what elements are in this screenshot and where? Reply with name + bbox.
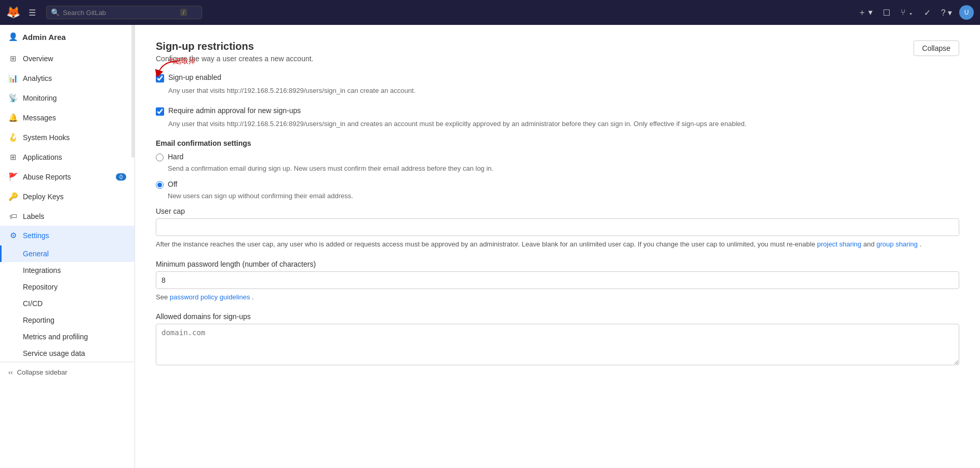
collapse-sidebar-button[interactable]: ‹‹ Collapse sidebar (0, 362, 135, 382)
sidebar-item-monitoring[interactable]: 📡 Monitoring (0, 88, 135, 108)
sidebar-item-messages[interactable]: 🔔 Messages (0, 108, 135, 128)
sidebar-sub-cicd[interactable]: CI/CD (0, 295, 135, 312)
user-cap-hint: After the instance reaches the user cap,… (156, 239, 959, 250)
repository-label: Repository (23, 283, 58, 291)
collapse-icon: ‹‹ (8, 368, 13, 376)
allowed-domains-label: Allowed domains for sign-ups (156, 312, 959, 321)
sidebar-item-label: Overview (23, 54, 53, 63)
email-off-radio-row: Off (156, 180, 959, 189)
labels-icon: 🏷 (8, 212, 18, 221)
user-cap-label: User cap (156, 207, 959, 215)
section-title: Sign-up restrictions (156, 40, 314, 52)
sidebar-item-label: Messages (23, 114, 56, 122)
hamburger-button[interactable]: ☰ (25, 6, 39, 20)
email-hard-radio-row: Hard (156, 153, 959, 161)
password-policy-link[interactable]: password policy guidelines (170, 293, 250, 301)
monitoring-icon: 📡 (8, 93, 18, 103)
messages-icon: 🔔 (8, 113, 18, 122)
allowed-domains-input[interactable] (156, 324, 959, 365)
email-off-radio[interactable] (156, 181, 164, 189)
main-content: Sign-up restrictions Configure the way a… (135, 25, 980, 468)
require-admin-description: Any user that visits http://192.168.5.21… (168, 119, 959, 129)
sidebar-sub-service-usage[interactable]: Service usage data (0, 345, 135, 362)
require-admin-approval-section: Require admin approval for new sign-ups … (156, 106, 959, 129)
signup-enabled-description: Any user that visits http://192.168.5.21… (168, 86, 959, 96)
project-sharing-link[interactable]: project sharing (817, 240, 861, 248)
overview-icon: ⊞ (8, 54, 18, 63)
admin-icon: 👤 (8, 32, 18, 42)
system-hooks-icon: 🪝 (8, 133, 18, 142)
abuse-reports-badge: 0 (116, 173, 126, 181)
gitlab-logo[interactable]: 🦊 (6, 6, 20, 19)
email-confirmation-section: Email confirmation settings Hard Send a … (156, 139, 959, 201)
monitor-button[interactable]: ☐ (880, 6, 893, 20)
email-hard-radio[interactable] (156, 154, 164, 161)
sidebar-sub-general[interactable]: General (0, 245, 135, 262)
create-button[interactable]: ＋ ▾ (855, 5, 876, 20)
sidebar-item-label: Deploy Keys (23, 192, 64, 201)
settings-icon: ⚙ (8, 231, 18, 240)
search-input[interactable] (63, 9, 177, 17)
applications-icon: ⊞ (8, 153, 18, 162)
sidebar-item-system-hooks[interactable]: 🪝 System Hooks (0, 128, 135, 147)
cicd-label: CI/CD (23, 299, 43, 308)
sidebar-item-label: Monitoring (23, 94, 57, 102)
sidebar: 👤 Admin Area ⊞ Overview 📊 Analytics 📡 Mo… (0, 25, 135, 468)
deploy-keys-icon: 🔑 (8, 192, 18, 201)
scroll-indicator (131, 25, 135, 158)
analytics-icon: 📊 (8, 74, 18, 83)
sidebar-sub-repository[interactable]: Repository (0, 279, 135, 295)
user-avatar[interactable]: U (959, 5, 974, 20)
navbar-icons: ＋ ▾ ☐ ⑂ ▾ ✓ ? ▾ U (855, 5, 974, 20)
collapse-button[interactable]: Collapse (914, 40, 959, 56)
min-password-input[interactable] (156, 271, 959, 289)
min-password-field: Minimum password length (number of chara… (156, 260, 959, 302)
sidebar-sub-reporting[interactable]: Reporting (0, 312, 135, 328)
admin-area-header: 👤 Admin Area (0, 25, 135, 49)
sidebar-item-settings[interactable]: ⚙ Settings (0, 226, 135, 245)
sidebar-item-deploy-keys[interactable]: 🔑 Deploy Keys (0, 187, 135, 207)
sidebar-item-overview[interactable]: ⊞ Overview (0, 49, 135, 68)
sidebar-item-abuse-reports[interactable]: 🚩 Abuse Reports 0 (0, 167, 135, 187)
sidebar-sub-metrics-profiling[interactable]: Metrics and profiling (0, 328, 135, 345)
require-admin-label[interactable]: Require admin approval for new sign-ups (168, 106, 301, 115)
general-label: General (23, 250, 49, 258)
sidebar-sub-integrations[interactable]: Integrations (0, 262, 135, 279)
min-password-hint: See password policy guidelines . (156, 292, 959, 302)
layout: 👤 Admin Area ⊞ Overview 📊 Analytics 📡 Mo… (0, 25, 980, 468)
sidebar-item-label: Applications (23, 153, 62, 161)
todos-button[interactable]: ✓ (921, 6, 934, 20)
sidebar-item-labels[interactable]: 🏷 Labels (0, 207, 135, 226)
integrations-label: Integrations (23, 266, 61, 274)
email-hard-label[interactable]: Hard (168, 153, 183, 161)
email-off-label[interactable]: Off (168, 180, 177, 188)
require-admin-checkbox[interactable] (156, 107, 164, 116)
signup-enabled-section: 勾选取掉 Sign-up enabled Any user that visit… (156, 73, 959, 96)
metrics-profiling-label: Metrics and profiling (23, 333, 88, 341)
service-usage-label: Service usage data (23, 349, 85, 357)
email-confirmation-title: Email confirmation settings (156, 139, 959, 147)
help-button[interactable]: ? ▾ (938, 6, 955, 20)
search-bar: 🔍 / (46, 6, 202, 19)
sidebar-item-analytics[interactable]: 📊 Analytics (0, 68, 135, 88)
annotation-arrow (152, 59, 183, 77)
sidebar-item-label: Settings (23, 231, 49, 240)
abuse-reports-icon: 🚩 (8, 172, 18, 182)
navbar: 🦊 ☰ 🔍 / ＋ ▾ ☐ ⑂ ▾ ✓ ? ▾ U (0, 0, 980, 25)
group-sharing-link[interactable]: group sharing (877, 240, 918, 248)
user-cap-field: User cap After the instance reaches the … (156, 207, 959, 250)
sidebar-item-label: Abuse Reports (23, 173, 71, 181)
collapse-label: Collapse sidebar (17, 368, 68, 376)
sidebar-item-applications[interactable]: ⊞ Applications (0, 147, 135, 167)
section-header: Sign-up restrictions Configure the way a… (156, 40, 959, 63)
merge-requests-button[interactable]: ⑂ ▾ (897, 6, 916, 19)
allowed-domains-field: Allowed domains for sign-ups (156, 312, 959, 367)
user-cap-input[interactable] (156, 218, 959, 236)
sidebar-item-label: Analytics (23, 74, 52, 82)
search-icon: 🔍 (51, 8, 60, 17)
signup-enabled-checkbox-row: Sign-up enabled (156, 73, 959, 82)
reporting-label: Reporting (23, 316, 55, 324)
sidebar-item-label: Labels (23, 212, 44, 221)
email-hard-description: Send a confirmation email during sign up… (168, 163, 959, 174)
email-off-description: New users can sign up without confirming… (168, 191, 959, 201)
